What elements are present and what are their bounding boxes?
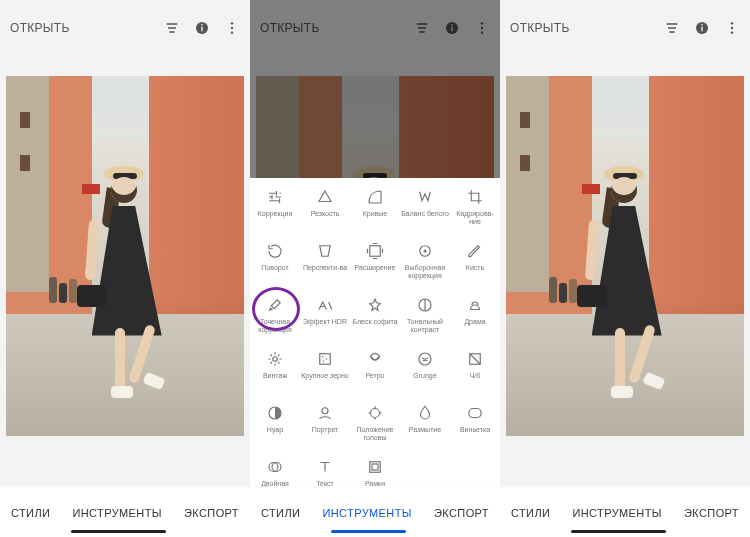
brush-icon	[466, 242, 484, 260]
tool-curves[interactable]: Кривые	[350, 182, 400, 236]
tool-label: Поворот	[261, 264, 288, 272]
tool-label: Драма	[464, 318, 485, 326]
tool-tonal[interactable]: Тональный контраст	[400, 290, 450, 344]
topbar-actions	[164, 20, 240, 36]
open-button[interactable]: ОТКРЫТЬ	[510, 21, 570, 35]
tab-underline	[571, 530, 666, 533]
tool-label: Эффект HDR	[303, 318, 347, 326]
vintage-icon	[266, 350, 284, 368]
tool-headpose[interactable]: Положение головы	[350, 398, 400, 452]
rotate-icon	[266, 242, 284, 260]
tool-wb[interactable]: Баланс белого	[400, 182, 450, 236]
frames-icon	[366, 458, 384, 476]
tool-selective[interactable]: Выборочная коррекция	[400, 236, 450, 290]
svg-rect-32	[701, 27, 702, 32]
svg-rect-30	[372, 464, 378, 470]
tool-vintage[interactable]: Винтаж	[250, 344, 300, 398]
tool-rotate[interactable]: Поворот	[250, 236, 300, 290]
grunge-icon	[416, 350, 434, 368]
annotation-circle-healing	[252, 287, 300, 331]
tool-double[interactable]: Двойная экспозиция	[250, 452, 300, 487]
tool-bw[interactable]: Ч/б	[450, 344, 500, 398]
tab-underline	[331, 530, 406, 533]
tool-label: Расширение	[355, 264, 396, 272]
tool-brush[interactable]: Кисть	[450, 236, 500, 290]
tool-frames[interactable]: Рамки	[350, 452, 400, 487]
info-icon[interactable]	[194, 20, 210, 36]
selective-icon	[416, 242, 434, 260]
perspective-icon	[316, 242, 334, 260]
noir-icon	[266, 404, 284, 422]
unstack-icon[interactable]	[164, 20, 180, 36]
tools-grid: КоррекцияРезкостьКривыеБаланс белогоКадр…	[250, 178, 500, 487]
tool-portrait[interactable]: Портрет	[300, 398, 350, 452]
tool-label: Кадрирова-ние	[451, 210, 499, 225]
svg-point-14	[424, 250, 427, 253]
tool-grunge[interactable]: Grunge	[400, 344, 450, 398]
blur-icon	[416, 404, 434, 422]
tool-label: Размытие	[409, 426, 441, 434]
tab-export[interactable]: ЭКСПОРТ	[180, 501, 243, 525]
tool-perspective[interactable]: Перспекти-ва	[300, 236, 350, 290]
tool-label: Текст	[316, 480, 334, 487]
tonal-icon	[416, 296, 434, 314]
tool-tune[interactable]: Коррекция	[250, 182, 300, 236]
svg-rect-33	[701, 24, 702, 25]
wb-icon	[416, 188, 434, 206]
tool-label: Рамки	[365, 480, 385, 487]
three-pane-comparison: ОТКРЫТЬ СТИЛИ ИНСТРУМЕНТЫ ЭКСПОРТ	[0, 0, 750, 537]
svg-rect-1	[201, 27, 202, 32]
svg-point-35	[731, 27, 733, 29]
tool-crop[interactable]: Кадрирова-ние	[450, 182, 500, 236]
pane-3: ОТКРЫТЬ СТИЛИ ИНСТРУМЕНТЫ ЭКСПОРТ	[500, 0, 750, 537]
headpose-icon	[366, 404, 384, 422]
canvas-area[interactable]	[500, 56, 750, 487]
tool-noir[interactable]: Нуар	[250, 398, 300, 452]
tab-tools[interactable]: ИНСТРУМЕНТЫ	[568, 501, 666, 525]
tool-expand[interactable]: Расширение	[350, 236, 400, 290]
tab-styles[interactable]: СТИЛИ	[257, 501, 304, 525]
tab-styles[interactable]: СТИЛИ	[507, 501, 554, 525]
tab-tools[interactable]: ИНСТРУМЕНТЫ	[68, 501, 166, 525]
tab-underline	[71, 530, 166, 533]
tool-text[interactable]: Текст	[300, 452, 350, 487]
tool-label: Перспекти-ва	[303, 264, 347, 272]
tool-vignette[interactable]: Виньетка	[450, 398, 500, 452]
unstack-icon[interactable]	[664, 20, 680, 36]
svg-point-34	[731, 22, 733, 24]
more-icon[interactable]	[224, 20, 240, 36]
tab-export[interactable]: ЭКСПОРТ	[430, 501, 493, 525]
tool-grainy[interactable]: Крупное зерно	[300, 344, 350, 398]
svg-rect-26	[469, 409, 481, 418]
tab-export[interactable]: ЭКСПОРТ	[680, 501, 743, 525]
tool-label: Grunge	[413, 372, 436, 380]
topbar: ОТКРЫТЬ	[0, 0, 250, 56]
svg-point-19	[326, 358, 328, 360]
svg-rect-2	[201, 24, 202, 25]
info-icon[interactable]	[694, 20, 710, 36]
open-button[interactable]: ОТКРЫТЬ	[10, 21, 70, 35]
tool-label: Двойная экспозиция	[251, 480, 299, 487]
tool-details[interactable]: Резкость	[300, 182, 350, 236]
tool-drama[interactable]: Драма	[450, 290, 500, 344]
tab-tools[interactable]: ИНСТРУМЕНТЫ	[318, 501, 416, 525]
tool-label: Выборочная коррекция	[401, 264, 449, 279]
grainy-icon	[316, 350, 334, 368]
svg-rect-17	[320, 354, 331, 365]
tab-styles[interactable]: СТИЛИ	[7, 501, 54, 525]
tool-label: Ч/б	[470, 372, 481, 380]
tool-blur[interactable]: Размытие	[400, 398, 450, 452]
double-icon	[266, 458, 284, 476]
canvas-area[interactable]	[0, 56, 250, 487]
crop-icon	[466, 188, 484, 206]
topbar: ОТКРЫТЬ	[500, 0, 750, 56]
more-icon[interactable]	[724, 20, 740, 36]
tool-retro[interactable]: Ретро	[350, 344, 400, 398]
svg-rect-29	[370, 462, 381, 473]
tool-glamour[interactable]: Блеск софита	[350, 290, 400, 344]
curves-icon	[366, 188, 384, 206]
tool-label: Положение головы	[351, 426, 399, 441]
svg-point-36	[731, 31, 733, 33]
bottom-tabs: СТИЛИ ИНСТРУМЕНТЫ ЭКСПОРТ	[0, 487, 250, 537]
tool-hdr[interactable]: Эффект HDR	[300, 290, 350, 344]
